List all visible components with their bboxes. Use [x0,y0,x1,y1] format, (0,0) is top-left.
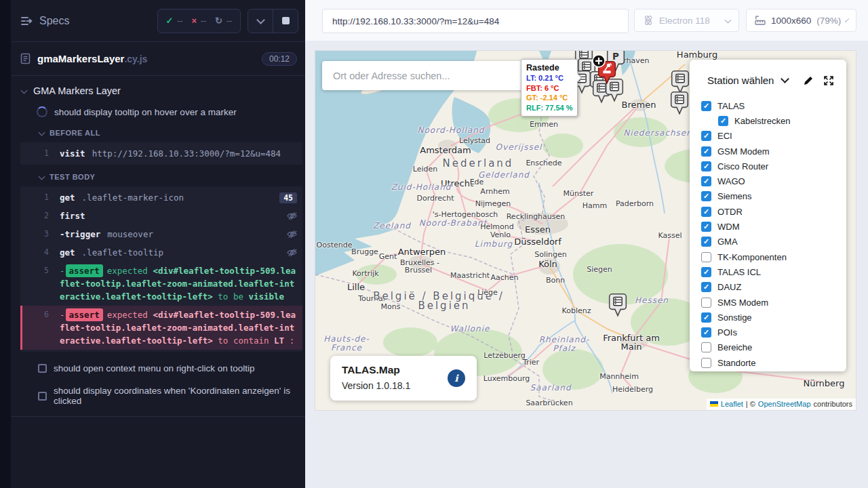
command-row[interactable]: 5-assertexpected <div#leaflet-tooltip-50… [20,262,302,306]
checkbox-checked-icon[interactable]: ✓ [701,176,711,186]
checkbox-checked-icon[interactable]: ✓ [701,207,711,217]
before-all-section[interactable]: BEFORE ALL [11,122,305,141]
spec-file-row[interactable]: gmaMarkersLayer.cy.js 00:12 [11,42,305,76]
url-input[interactable] [323,9,628,33]
test-running-spinner-icon [37,106,47,117]
layer-label: Standorte [717,358,755,368]
layer-checkbox-item[interactable]: Standorte [701,355,846,370]
spec-name: gmaMarkersLayer.cy.js [37,53,147,64]
station-marker-icon[interactable] [671,92,689,115]
layer-checkbox-item[interactable]: TK-Komponenten [701,249,846,264]
station-panel-title[interactable]: Station wählen [707,75,774,86]
checkbox-checked-icon[interactable]: ✓ [701,191,711,201]
layer-checkbox-item[interactable]: ✓WDM [701,219,846,234]
checkbox-unchecked-icon[interactable] [701,298,711,308]
station-panel-header: Station wählen [690,60,846,93]
station-panel: Station wählen ✓TALAS✓Kabelstrecken✓ECI✓… [690,60,846,371]
browser-select[interactable]: Electron 118 [634,9,739,32]
layer-checkbox-item[interactable]: ✓ECI [701,129,846,144]
checkbox-checked-icon[interactable]: ✓ [701,146,711,157]
checkbox-checked-icon[interactable]: ✓ [701,237,711,247]
checkbox-checked-icon[interactable]: ✓ [701,161,711,171]
edit-pencil-icon[interactable] [803,75,814,86]
command-method: get [60,192,75,203]
command-method: get [60,247,75,258]
collapse-all-button[interactable] [248,9,273,33]
command-row[interactable]: 6-assertexpected <div#leaflet-tooltip-50… [20,306,302,350]
pending-test-icon [38,392,47,401]
layer-checkbox-item[interactable]: ✓Cisco Router [701,159,846,174]
checkbox-checked-icon[interactable]: ✓ [701,282,711,292]
test-body-label: TEST BODY [50,173,95,181]
command-row[interactable]: 2first [20,207,302,225]
command-args: http://192.168.10.33:3000/?m=12&u=484 [92,148,281,159]
layer-checkbox-item[interactable]: ✓Sonstige [701,310,846,325]
checkbox-checked-icon[interactable]: ✓ [701,222,711,232]
spec-duration-badge: 00:12 [262,52,297,66]
app-root: Specs ✓-- ×-- ↻-- gmaMarkersLayer.cy.js … [0,0,868,488]
layer-label: TK-Komponenten [717,252,787,262]
checkbox-checked-icon[interactable]: ✓ [701,101,711,111]
pending-test-row[interactable]: should open context menu on right-click … [11,357,305,380]
attribution-suffix: contributors [814,400,852,408]
command-row[interactable]: 1get.leaflet-marker-icon45 [20,188,302,207]
specs-menu-icon[interactable] [20,16,33,26]
layer-label: SMS Modem [717,298,768,308]
checkbox-unchecked-icon[interactable] [701,252,711,262]
checkbox-checked-icon[interactable]: ✓ [701,131,711,141]
layer-label: POIs [717,327,737,338]
checkbox-unchecked-icon[interactable] [701,342,711,352]
checkbox-checked-icon[interactable]: ✓ [718,116,728,126]
passed-icon: ✓ [166,16,174,26]
browser-toolbar: Electron 118 1000x660 (79%) [305,0,868,41]
leaflet-link[interactable]: Leaflet [721,400,743,408]
layer-checkbox-item[interactable]: SMS Modem [701,295,846,310]
stat-pending: ↻-- [215,16,232,26]
layer-checkbox-item[interactable]: ✓GMA [701,235,846,249]
checkbox-checked-icon[interactable]: ✓ [701,312,711,323]
map-search-input[interactable] [322,61,526,90]
stop-button[interactable] [273,9,298,33]
specs-label[interactable]: Specs [39,15,69,27]
pending-icon: ↻ [215,16,222,26]
command-number: 3 [20,228,60,241]
command-row[interactable]: 3-triggermouseover [20,225,302,243]
chevron-down-icon[interactable] [781,75,790,83]
station-marker-icon[interactable] [609,293,627,317]
map-info-card: TALAS.Map Version 1.0.18.1 i [330,356,477,401]
layer-checkbox-item[interactable]: ✓DAUZ [701,280,846,295]
layer-checkbox-item[interactable]: ✓Kabelstrecken [718,113,846,128]
hidden-eye-icon [287,230,297,239]
viewport-select[interactable]: 1000x660 (79%) [746,9,856,32]
assert-badge: assert [66,264,103,277]
active-test-row[interactable]: should display tooltip on hover over a m… [11,102,305,122]
suite-row[interactable]: GMA Markers Layer [11,76,305,102]
command-row[interactable]: 4get.leaflet-tooltip [20,243,302,262]
checkbox-checked-icon[interactable]: ✓ [701,327,711,338]
pending-test-row[interactable]: should display coordinates when 'Koordin… [11,380,305,412]
layer-checkbox-item[interactable]: ✓GSM Modem [701,144,846,159]
command-method: first [60,211,85,221]
test-body-section[interactable]: TEST BODY [11,166,305,185]
layer-checkbox-item[interactable]: ✓Siemens [701,189,846,204]
chevron-down-icon [845,18,849,22]
layer-checkbox-item[interactable]: ✓TALAS [701,98,846,113]
layer-checkbox-item[interactable]: ✓OTDR [701,204,846,219]
osm-link[interactable]: OpenStreetMap [758,400,811,408]
browser-name: Electron 118 [659,16,710,26]
checkbox-checked-icon[interactable]: ✓ [701,267,711,277]
station-marker-icon[interactable] [671,70,690,94]
layer-checkbox-item[interactable]: ✓POIs [701,325,846,340]
layer-checkbox-item[interactable]: ✓TALAS ICL [701,264,846,279]
info-icon[interactable]: i [448,369,465,387]
add-marker-icon[interactable] [591,54,606,68]
command-row[interactable]: 1visithttp://192.168.10.33:3000/?m=12&u=… [20,144,302,163]
layer-label: WDM [717,222,740,232]
layer-checkbox-item[interactable]: ✓WAGO [701,174,846,188]
leaflet-map[interactable]: erhavenHamburgBremenNiedersachsenEmmenNo… [315,51,856,410]
checkbox-unchecked-icon[interactable] [701,358,711,368]
layer-label: Siemens [717,191,752,201]
expand-fullscreen-icon[interactable] [823,75,834,86]
hidden-eye-icon [287,211,297,220]
layer-checkbox-item[interactable]: Bereiche [701,340,846,355]
